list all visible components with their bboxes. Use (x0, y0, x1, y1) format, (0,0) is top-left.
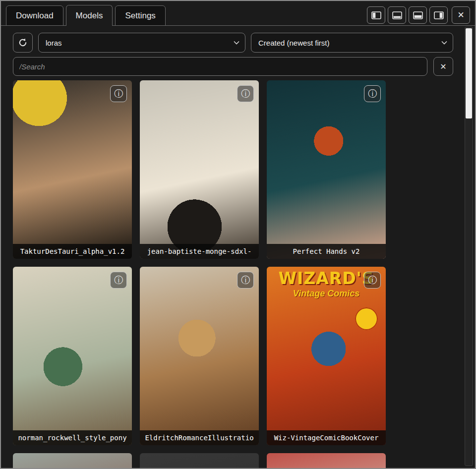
panel-left-button[interactable] (367, 6, 385, 24)
model-toolbar: loras Created (newest first) (13, 33, 453, 53)
model-type-value: loras (46, 39, 62, 47)
model-info-button[interactable]: ⓘ (237, 85, 254, 102)
panel-right-button[interactable] (429, 6, 448, 24)
model-info-button[interactable]: ⓘ (364, 85, 381, 102)
panel-left-icon (371, 11, 381, 19)
model-thumbnail: WIZARD'SVintage Comics (267, 267, 386, 445)
panel-bottom-wide-icon (413, 11, 423, 19)
model-name-label: norman_rockwell_style_pony (13, 430, 132, 445)
model-thumbnail (267, 453, 386, 469)
tab-settings[interactable]: Settings (115, 5, 165, 26)
model-card[interactable]: ⓘnorman_rockwell_style_pony (13, 267, 132, 445)
close-button[interactable]: ✕ (452, 6, 470, 24)
model-card[interactable]: ⓘPerfect Hands v2 (267, 80, 386, 259)
model-name-label: Perfect Hands v2 (267, 244, 386, 259)
sort-value: Created (newest first) (258, 39, 329, 47)
panel-bottom-icon (392, 11, 402, 19)
model-info-button[interactable]: ⓘ (237, 272, 254, 289)
thumbnail-badge (355, 307, 378, 330)
scrollbar-thumb[interactable] (466, 28, 472, 118)
model-name-label: TakturDesTauri_alpha_v1.2 (13, 244, 132, 259)
model-info-button[interactable]: ⓘ (110, 85, 127, 102)
model-grid: ⓘTakturDesTauri_alpha_v1.2ⓘjean-baptiste… (13, 80, 386, 469)
model-thumbnail (13, 267, 132, 445)
model-info-button[interactable]: ⓘ (110, 272, 127, 289)
model-card[interactable]: ⓘEldritchRomanceIllustratio (140, 267, 259, 445)
scrollbar-track[interactable] (465, 27, 473, 466)
model-browser-window: Download Models Settings ✕ (0, 0, 476, 469)
model-card[interactable]: ⓘjean-baptiste-monge-sdxl- (140, 80, 259, 259)
panel-right-icon (434, 11, 444, 19)
model-name-label: EldritchRomanceIllustratio (140, 430, 259, 445)
model-type-dropdown[interactable]: loras (38, 33, 245, 53)
thumbnail-subtitle-text: Vintage Comics (267, 289, 386, 299)
model-card[interactable]: WIZARD'SVintage ComicsⓘWiz-VintageComicB… (267, 267, 386, 445)
model-thumbnail (13, 453, 132, 469)
refresh-icon (18, 38, 28, 48)
model-name-label: Wiz-VintageComicBookCover (267, 430, 386, 445)
model-card[interactable] (267, 453, 386, 469)
panel-bottom-wide-button[interactable] (409, 6, 427, 24)
chevron-down-icon (234, 41, 239, 45)
model-card[interactable] (140, 453, 259, 469)
sort-dropdown[interactable]: Created (newest first) (251, 33, 453, 53)
search-input[interactable] (13, 57, 427, 76)
model-card[interactable]: ⓘTakturDesTauri_alpha_v1.2 (13, 80, 132, 259)
refresh-button[interactable] (13, 33, 33, 53)
clear-search-button[interactable]: ✕ (433, 57, 453, 76)
tab-models[interactable]: Models (66, 5, 113, 26)
panel-bottom-button[interactable] (388, 6, 406, 24)
search-row: ✕ (13, 57, 453, 76)
model-name-label: jean-baptiste-monge-sdxl- (140, 244, 259, 259)
chevron-down-icon (441, 41, 447, 45)
tab-bar: Download Models Settings (6, 5, 166, 26)
tab-download[interactable]: Download (6, 5, 63, 26)
window-controls: ✕ (367, 6, 470, 24)
model-thumbnail (140, 267, 259, 445)
model-thumbnail (140, 80, 259, 259)
model-thumbnail (267, 80, 386, 259)
model-info-button[interactable]: ⓘ (364, 272, 381, 289)
model-card[interactable] (13, 453, 132, 469)
model-thumbnail (13, 80, 132, 259)
model-thumbnail (140, 453, 259, 469)
